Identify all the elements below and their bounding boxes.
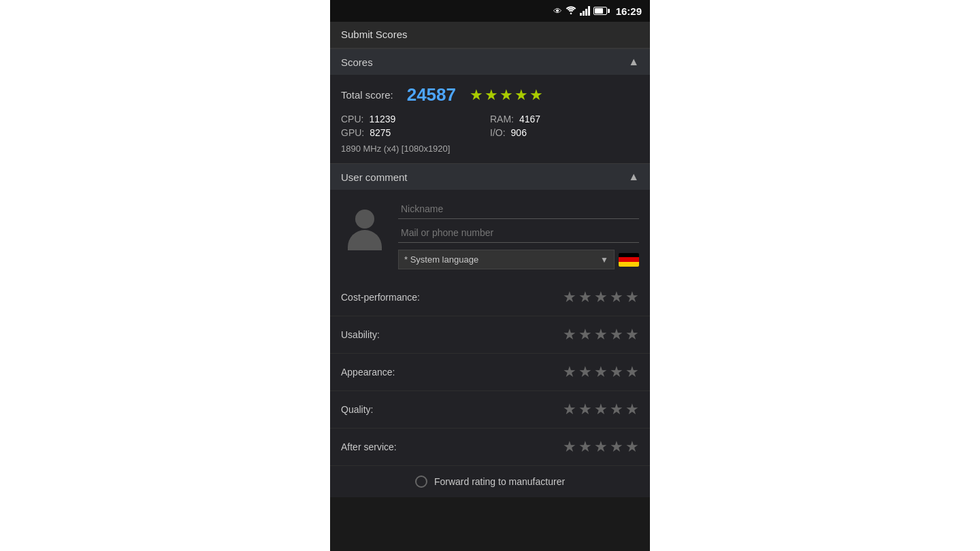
language-label: * System language bbox=[404, 254, 478, 265]
avatar bbox=[341, 199, 389, 254]
chevron-up-icon: ▲ bbox=[628, 56, 639, 68]
language-select[interactable]: * System language ▼ bbox=[398, 250, 615, 269]
us-star-5[interactable]: ★ bbox=[625, 326, 639, 344]
input-fields: * System language ▼ bbox=[398, 199, 639, 269]
gpu-label: GPU: bbox=[341, 127, 364, 138]
title-bar: Submit Scores bbox=[330, 22, 650, 48]
score-info: 1890 MHz (x4) [1080x1920] bbox=[341, 144, 639, 154]
cp-star-3[interactable]: ★ bbox=[594, 288, 608, 306]
status-icons: 👁 16:29 bbox=[553, 5, 642, 17]
phone-screen: 👁 16:29 Submit Scores bbox=[330, 0, 650, 551]
eye-icon: 👁 bbox=[553, 6, 562, 16]
star-2: ★ bbox=[485, 86, 498, 104]
us-star-1[interactable]: ★ bbox=[563, 326, 576, 344]
appearance-stars[interactable]: ★ ★ ★ ★ ★ bbox=[563, 363, 639, 381]
signal-icon bbox=[580, 6, 590, 16]
q-star-5[interactable]: ★ bbox=[625, 401, 639, 418]
flag-germany bbox=[619, 253, 639, 267]
mail-phone-input[interactable] bbox=[398, 223, 639, 243]
as-star-3[interactable]: ★ bbox=[594, 438, 608, 456]
forward-row: Forward rating to manufacturer bbox=[330, 466, 650, 497]
star-4: ★ bbox=[514, 86, 528, 104]
wifi-icon bbox=[566, 5, 576, 16]
star-5: ★ bbox=[529, 86, 543, 104]
rating-row-cost-performance: Cost-performance: ★ ★ ★ ★ ★ bbox=[330, 279, 650, 316]
rating-row-after-service: After service: ★ ★ ★ ★ ★ bbox=[330, 429, 650, 466]
svg-point-0 bbox=[570, 13, 572, 15]
us-star-2[interactable]: ★ bbox=[578, 326, 592, 344]
us-star-3[interactable]: ★ bbox=[594, 326, 608, 344]
user-comment-section-header[interactable]: User comment ▲ bbox=[330, 163, 650, 190]
as-star-2[interactable]: ★ bbox=[578, 438, 592, 456]
ratings-content: Cost-performance: ★ ★ ★ ★ ★ Usability: ★… bbox=[330, 279, 650, 466]
page-title: Submit Scores bbox=[341, 29, 408, 40]
total-score-row: Total score: 24587 ★ ★ ★ ★ ★ bbox=[341, 84, 639, 105]
as-star-4[interactable]: ★ bbox=[610, 438, 623, 456]
user-comment-content: * System language ▼ bbox=[330, 190, 650, 279]
gpu-value: 8275 bbox=[370, 127, 391, 138]
ram-value: 4167 bbox=[519, 114, 540, 124]
q-star-2[interactable]: ★ bbox=[578, 401, 592, 418]
q-star-3[interactable]: ★ bbox=[594, 401, 608, 418]
cp-star-1[interactable]: ★ bbox=[563, 288, 576, 306]
after-service-stars[interactable]: ★ ★ ★ ★ ★ bbox=[563, 438, 639, 456]
star-3: ★ bbox=[500, 86, 513, 104]
ap-star-4[interactable]: ★ bbox=[610, 363, 623, 381]
forward-radio-button[interactable] bbox=[415, 475, 427, 488]
battery-icon bbox=[593, 7, 610, 15]
quality-stars[interactable]: ★ ★ ★ ★ ★ bbox=[563, 401, 639, 418]
total-score-label: Total score: bbox=[341, 89, 393, 101]
quality-label: Quality: bbox=[341, 404, 373, 415]
avatar-head bbox=[355, 210, 374, 229]
io-value: 906 bbox=[511, 127, 527, 138]
cp-star-5[interactable]: ★ bbox=[625, 288, 639, 306]
nickname-input[interactable] bbox=[398, 199, 639, 219]
cost-performance-stars[interactable]: ★ ★ ★ ★ ★ bbox=[563, 288, 639, 306]
ap-star-1[interactable]: ★ bbox=[563, 363, 576, 381]
status-bar: 👁 16:29 bbox=[330, 0, 650, 22]
scores-content: Total score: 24587 ★ ★ ★ ★ ★ CPU: 11239 … bbox=[330, 75, 650, 163]
avatar-body bbox=[348, 230, 382, 250]
as-star-1[interactable]: ★ bbox=[563, 438, 576, 456]
avatar-icon bbox=[344, 203, 385, 250]
io-score: I/O: 906 bbox=[490, 127, 639, 138]
dropdown-arrow-icon: ▼ bbox=[600, 255, 608, 265]
scores-section-header[interactable]: Scores ▲ bbox=[330, 48, 650, 75]
ap-star-5[interactable]: ★ bbox=[625, 363, 639, 381]
rating-row-appearance: Appearance: ★ ★ ★ ★ ★ bbox=[330, 354, 650, 391]
total-score-stars: ★ ★ ★ ★ ★ bbox=[470, 86, 543, 104]
io-label: I/O: bbox=[490, 127, 506, 138]
rating-row-usability: Usability: ★ ★ ★ ★ ★ bbox=[330, 316, 650, 354]
status-time: 16:29 bbox=[616, 5, 642, 17]
flag-stripe-black bbox=[619, 253, 639, 258]
appearance-label: Appearance: bbox=[341, 367, 395, 378]
gpu-score: GPU: 8275 bbox=[341, 127, 490, 138]
flag-stripe-gold bbox=[619, 262, 639, 267]
q-star-1[interactable]: ★ bbox=[563, 401, 576, 418]
cp-star-2[interactable]: ★ bbox=[578, 288, 592, 306]
rating-row-quality: Quality: ★ ★ ★ ★ ★ bbox=[330, 391, 650, 429]
cost-performance-label: Cost-performance: bbox=[341, 292, 420, 303]
us-star-4[interactable]: ★ bbox=[610, 326, 623, 344]
score-grid: CPU: 11239 RAM: 4167 GPU: 8275 I/O: 906 bbox=[341, 114, 639, 138]
ap-star-2[interactable]: ★ bbox=[578, 363, 592, 381]
user-input-row: * System language ▼ bbox=[341, 199, 639, 269]
cpu-score: CPU: 11239 bbox=[341, 114, 490, 124]
q-star-4[interactable]: ★ bbox=[610, 401, 623, 418]
cpu-label: CPU: bbox=[341, 114, 363, 124]
ap-star-3[interactable]: ★ bbox=[594, 363, 608, 381]
chevron-up-icon-2: ▲ bbox=[628, 171, 639, 183]
as-star-5[interactable]: ★ bbox=[625, 438, 639, 456]
forward-label: Forward rating to manufacturer bbox=[434, 476, 565, 487]
flag-stripe-red bbox=[619, 257, 639, 262]
total-score-value: 24587 bbox=[407, 84, 456, 105]
user-comment-header-label: User comment bbox=[341, 171, 408, 183]
usability-label: Usability: bbox=[341, 329, 380, 340]
usability-stars[interactable]: ★ ★ ★ ★ ★ bbox=[563, 326, 639, 344]
cpu-value: 11239 bbox=[369, 114, 395, 124]
ram-label: RAM: bbox=[490, 114, 514, 124]
after-service-label: After service: bbox=[341, 441, 397, 452]
scores-header-label: Scores bbox=[341, 56, 373, 68]
star-1: ★ bbox=[470, 86, 483, 104]
cp-star-4[interactable]: ★ bbox=[610, 288, 623, 306]
